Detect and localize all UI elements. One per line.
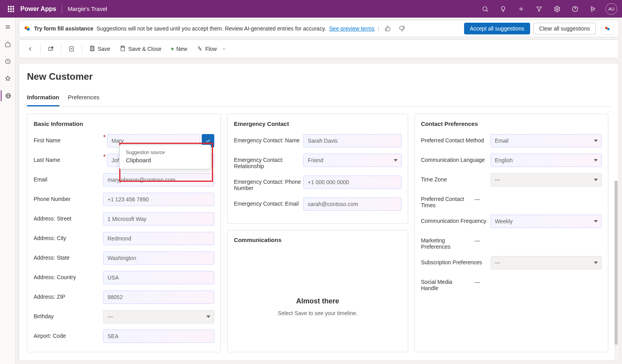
ec-phone-input[interactable] (303, 176, 401, 189)
phone-label: Phone Number (34, 193, 103, 202)
zip-input[interactable] (103, 290, 214, 304)
pref-subs-label: Subscription Preferences (421, 256, 491, 265)
pref-method-select[interactable] (491, 134, 602, 147)
street-label: Address: Street (34, 212, 103, 222)
save-close-button[interactable]: Save & Close (116, 41, 165, 57)
svg-line-1 (486, 10, 488, 12)
accept-all-button[interactable]: Accept all suggestions (464, 23, 530, 34)
birthday-input[interactable] (103, 310, 214, 323)
svg-rect-24 (122, 46, 124, 47)
communications-title: Communications (234, 237, 401, 243)
pin-icon[interactable] (1, 73, 15, 84)
pref-times-label: Preferred Contact Times (421, 193, 471, 208)
ec-name-label: Emergency Contact: Name (234, 134, 303, 143)
suggestion-title: Try form fill assistance (34, 25, 93, 32)
task-icon[interactable] (65, 41, 79, 57)
pref-freq-label: Communication Frequency (421, 215, 491, 224)
pref-lang-label: Communication Language (421, 154, 491, 163)
save-button[interactable]: Save (85, 41, 114, 57)
top-bar: Power Apps Margie's Travel AU (0, 0, 622, 18)
phone-input[interactable] (103, 193, 214, 206)
ec-name-input[interactable] (303, 134, 401, 147)
emergency-panel: Emergency Contact Emergency Contact: Nam… (227, 114, 408, 224)
pref-social-value: --- (471, 276, 602, 289)
avatar[interactable]: AU (606, 3, 617, 15)
svg-point-16 (26, 26, 29, 29)
last-name-label: Last Name (34, 157, 60, 163)
command-bar: Save Save & Close +New Flow (19, 39, 619, 58)
suggestion-bar: Try form fill assistance Suggestions wil… (19, 20, 619, 37)
birthday-label: Birthday (34, 310, 103, 319)
app-launcher-icon[interactable] (3, 0, 19, 18)
tooltip-label: Suggestion source (126, 150, 204, 155)
recent-icon[interactable] (1, 56, 15, 67)
globe-icon[interactable] (1, 90, 15, 101)
suggestion-source-tooltip: Suggestion source Clipboard (119, 145, 211, 169)
communications-heading: Almost there (234, 297, 401, 305)
suggestion-text: Suggestions will not be saved until you … (97, 25, 326, 32)
form-container: New Customer Information Preferences Bas… (19, 63, 619, 361)
airport-label: Airport: Code (34, 330, 103, 339)
country-input[interactable] (103, 271, 214, 284)
ec-rel-label: Emergency Contact: Relationship (234, 154, 303, 169)
ec-rel-select[interactable] (303, 154, 401, 167)
preview-terms-link[interactable]: See preview terms (329, 25, 375, 32)
pref-tz-label: Time Zone (421, 173, 491, 183)
communications-sub: Select Save to see your timeline. (234, 310, 401, 316)
thumbs-down-icon[interactable] (396, 23, 407, 34)
lightbulb-icon[interactable] (495, 0, 511, 18)
svg-rect-22 (91, 46, 93, 47)
ec-phone-label: Emergency Contact: Phone Number (234, 176, 303, 191)
state-input[interactable] (103, 251, 214, 265)
svg-point-18 (607, 28, 609, 30)
pref-marketing-label: Marketing Preferences (421, 234, 471, 250)
first-name-label: First Name (34, 137, 60, 143)
home-icon[interactable] (1, 39, 15, 50)
filter-icon[interactable] (531, 0, 547, 18)
airport-input[interactable] (103, 330, 214, 343)
prefs-panel: Contact Preferences Preferred Contact Me… (414, 114, 608, 352)
svg-point-17 (605, 27, 608, 29)
copilot-icon (24, 25, 31, 32)
back-button[interactable] (23, 41, 37, 57)
prefs-title: Contact Preferences (421, 120, 602, 127)
search-icon[interactable] (477, 0, 493, 18)
email-label: Email (34, 173, 103, 183)
flow-button[interactable]: Flow (193, 41, 230, 57)
city-input[interactable] (103, 232, 214, 245)
open-new-window-icon[interactable] (44, 41, 58, 57)
left-rail (0, 18, 16, 364)
copilot-panel-toggle[interactable] (601, 22, 614, 35)
hamburger-icon[interactable] (1, 22, 15, 32)
help-icon[interactable] (567, 0, 583, 18)
pref-marketing-value: --- (471, 234, 602, 247)
state-label: Address: State (34, 251, 103, 261)
thumbs-up-icon[interactable] (382, 23, 393, 34)
app-name: Margie's Travel (68, 5, 107, 12)
email-input[interactable] (103, 173, 214, 186)
pref-times-value: --- (471, 193, 602, 206)
dynamics-icon[interactable] (585, 0, 601, 18)
zip-label: Address: ZIP (34, 290, 103, 300)
plus-icon[interactable] (513, 0, 529, 18)
tab-preferences[interactable]: Preferences (68, 91, 100, 106)
basic-info-title: Basic Information (34, 120, 214, 127)
brand-label: Power Apps (20, 5, 56, 13)
page-title: New Customer (27, 71, 611, 82)
gear-icon[interactable] (549, 0, 565, 18)
new-button[interactable]: +New (167, 41, 191, 57)
ec-email-label: Emergency Contact: Email (234, 197, 303, 207)
divider (62, 5, 62, 13)
pref-freq-select[interactable] (491, 215, 602, 228)
clear-all-button[interactable]: Clear all suggestions (533, 23, 596, 34)
pref-lang-select[interactable] (491, 154, 602, 167)
pref-subs-select[interactable] (491, 256, 602, 269)
tab-list: Information Preferences (27, 91, 611, 107)
svg-rect-23 (91, 48, 93, 50)
tab-information[interactable]: Information (27, 91, 59, 106)
street-input[interactable] (103, 212, 214, 226)
ec-email-input[interactable] (303, 197, 401, 211)
country-label: Address: Country (34, 271, 103, 280)
scrollbar[interactable] (615, 181, 618, 361)
pref-tz-select[interactable] (491, 173, 602, 186)
